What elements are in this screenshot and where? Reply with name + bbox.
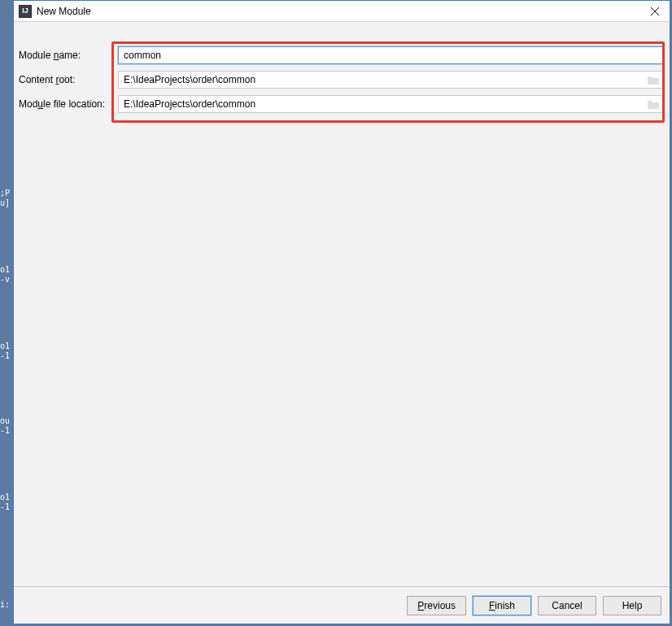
- bg-noise: -1: [0, 426, 13, 436]
- bg-noise: o1: [0, 493, 13, 502]
- bg-noise: -1: [0, 351, 13, 361]
- content-root-row: Content root:: [14, 71, 670, 89]
- finish-button[interactable]: Finish: [473, 596, 531, 615]
- content-root-input[interactable]: [118, 71, 663, 89]
- intellij-icon-text: IJ: [22, 7, 28, 15]
- bg-noise: o1: [0, 341, 13, 351]
- intellij-icon: IJ: [19, 5, 32, 18]
- module-name-label: Module name:: [14, 50, 118, 61]
- titlebar: IJ New Module: [14, 1, 670, 22]
- bg-noise: i:: [0, 600, 13, 610]
- bg-noise: -1: [0, 502, 13, 512]
- module-name-row: Module name:: [14, 46, 670, 64]
- browse-content-root-button[interactable]: [647, 74, 660, 85]
- module-name-input[interactable]: [118, 46, 663, 64]
- bg-noise: o1: [0, 265, 13, 275]
- help-button[interactable]: Help: [603, 596, 661, 615]
- bg-noise: ;P: [0, 189, 13, 198]
- previous-button[interactable]: Previous: [407, 596, 466, 615]
- dialog-window: IJ New Module Module name: Content root:: [13, 0, 670, 624]
- bg-noise: u]: [0, 198, 13, 208]
- content-area: Module name: Content root: Module f: [14, 22, 670, 586]
- module-file-location-row: Module file location:: [14, 95, 670, 113]
- browse-module-file-location-button[interactable]: [647, 98, 660, 110]
- bg-noise: ou: [0, 416, 13, 426]
- folder-icon: [647, 74, 660, 85]
- folder-icon: [647, 98, 660, 110]
- module-file-location-input[interactable]: [118, 95, 663, 113]
- close-button[interactable]: [644, 2, 666, 20]
- cancel-button[interactable]: Cancel: [538, 596, 596, 615]
- content-root-label: Content root:: [14, 74, 118, 85]
- button-bar: Previous Finish Cancel Help: [14, 586, 670, 624]
- module-file-location-label: Module file location:: [14, 98, 118, 110]
- close-icon: [651, 7, 659, 15]
- bg-noise: -v: [0, 275, 13, 285]
- window-title: New Module: [37, 6, 91, 17]
